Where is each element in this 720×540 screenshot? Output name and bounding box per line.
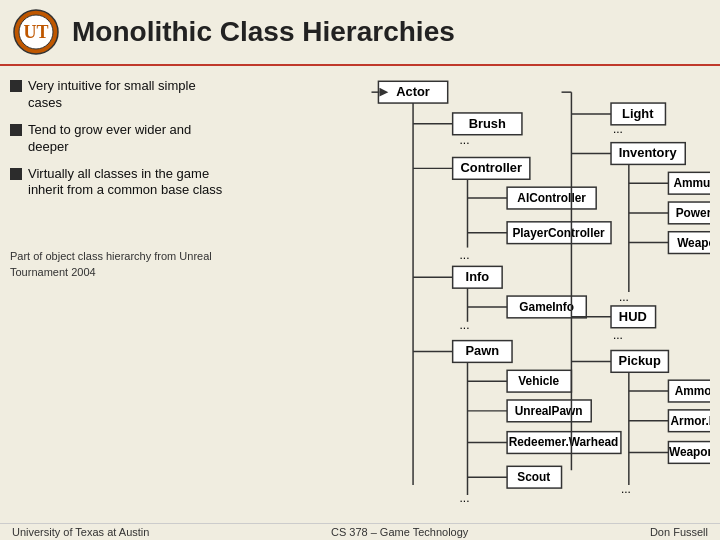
bullet-icon xyxy=(10,80,22,92)
bullet-icon xyxy=(10,168,22,180)
list-item: Very intuitive for small simple cases xyxy=(10,78,225,112)
bullet-text-3: Virtually all classes in the game inheri… xyxy=(28,166,225,200)
pickup-label: Pickup xyxy=(619,353,661,368)
list-item: Virtually all classes in the game inheri… xyxy=(10,166,225,200)
player-controller-label: PlayerController xyxy=(512,226,605,240)
scout-label: Scout xyxy=(517,470,550,484)
dots3: ... xyxy=(460,491,470,505)
brush-label: Brush xyxy=(469,116,506,131)
class-hierarchy-diagram: Actor Brush ... Controller AIController xyxy=(225,74,710,530)
part-of-text: Part of object class hierarchy from Unre… xyxy=(10,249,225,280)
page-title: Monolithic Class Hierarchies xyxy=(72,16,455,48)
footer-right: Don Fussell xyxy=(650,526,708,538)
header: UT Monolithic Class Hierarchies xyxy=(0,0,720,66)
vehicle-label: Vehicle xyxy=(518,374,559,388)
bullet-text-2: Tend to grow ever wider and deeper xyxy=(28,122,225,156)
ai-controller-label: AIController xyxy=(517,191,586,205)
powerups-label: Powerups xyxy=(676,206,710,220)
weapon-label: Weapon xyxy=(677,236,710,250)
footer-center: CS 378 – Game Technology xyxy=(331,526,468,538)
bullet-list: Very intuitive for small simple cases Te… xyxy=(10,78,225,199)
ammunition-label: Ammunition xyxy=(673,176,710,190)
actor-label: Actor xyxy=(396,84,430,99)
unrealpawn-label: UnrealPawn xyxy=(515,404,583,418)
pawn-label: Pawn xyxy=(466,343,500,358)
light-label: Light xyxy=(622,106,654,121)
weapon-pickup-label: Weapon.Pickup xyxy=(669,445,710,459)
bullet-icon xyxy=(10,124,22,136)
brush-dots: ... xyxy=(460,133,470,147)
footer-left: University of Texas at Austin xyxy=(12,526,149,538)
ammo-label: Ammo xyxy=(675,384,710,398)
gameinfo-label: GameInfo xyxy=(519,300,574,314)
dots2: ... xyxy=(460,318,470,332)
list-item: Tend to grow ever wider and deeper xyxy=(10,122,225,156)
bullet-text-1: Very intuitive for small simple cases xyxy=(28,78,225,112)
hud-dots: ... xyxy=(613,328,623,342)
inv-dots: ... xyxy=(619,290,629,304)
svg-text:UT: UT xyxy=(23,22,48,42)
inventory-label: Inventory xyxy=(619,145,678,160)
left-panel: Very intuitive for small simple cases Te… xyxy=(10,74,225,530)
dots1: ... xyxy=(460,248,470,262)
footer-bar: University of Texas at Austin CS 378 – G… xyxy=(0,523,720,540)
light-dots: ... xyxy=(613,122,623,136)
hud-label: HUD xyxy=(619,309,647,324)
ut-logo: UT xyxy=(12,8,60,56)
redeemer-label: Redeemer.Warhead xyxy=(509,436,619,450)
armor-pickup-label: Armor.Pickup xyxy=(670,414,710,428)
diagram-area: Actor Brush ... Controller AIController xyxy=(225,74,710,530)
right-dots: ... xyxy=(621,482,631,496)
main-content: Very intuitive for small simple cases Te… xyxy=(0,66,720,538)
controller-label: Controller xyxy=(461,160,522,175)
info-label: Info xyxy=(466,269,490,284)
